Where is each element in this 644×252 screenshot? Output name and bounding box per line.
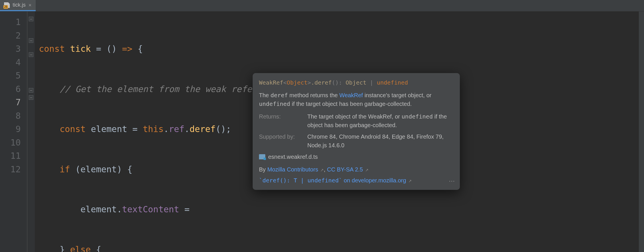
doc-attribution: By Mozilla Contributors ↗, CC BY-SA 2.5 … — [259, 165, 454, 174]
line-number: 12 — [0, 163, 21, 176]
doc-link-weakref[interactable]: WeakRef — [339, 92, 363, 98]
fold-toggle-icon[interactable] — [27, 87, 35, 94]
code-line[interactable]: const tick = () => { — [39, 42, 644, 56]
line-number: 5 — [0, 69, 21, 83]
tab-filename: tick.js — [13, 2, 26, 8]
line-number: 9 — [0, 123, 21, 136]
doc-link-license[interactable]: CC BY-SA 2.5 ↗ — [327, 166, 368, 173]
line-number: 4 — [0, 56, 21, 69]
line-number: 1 — [0, 16, 21, 29]
line-number: 6 — [0, 83, 21, 96]
tab-bar: tick.js × — [0, 0, 644, 12]
close-icon[interactable]: × — [28, 3, 32, 8]
line-number: 3 — [0, 42, 21, 56]
doc-supported-row: Supported by: Chrome 84, Chrome Android … — [259, 132, 454, 150]
code-line[interactable]: } else { — [39, 243, 644, 252]
doc-supported-label: Supported by: — [259, 132, 302, 150]
doc-link-mozilla-contributors[interactable]: Mozilla Contributors ↗ — [267, 166, 324, 173]
tab-tick-js[interactable]: tick.js × — [0, 0, 36, 11]
doc-source-file[interactable]: esnext.weakref.d.ts — [259, 152, 454, 161]
doc-supported-value: Chrome 84, Chrome Android 84, Edge 84, F… — [307, 132, 454, 150]
fold-toggle-icon[interactable] — [27, 51, 35, 58]
line-number: 8 — [0, 109, 21, 123]
fold-toggle-icon[interactable] — [27, 16, 35, 23]
doc-returns-label: Returns: — [259, 112, 302, 129]
more-options-icon[interactable]: ⋮ — [448, 178, 456, 185]
doc-signature: WeakRef<Object>.deref(): Object | undefi… — [259, 78, 454, 87]
doc-mdn-link[interactable]: `deref(): T | undefined` on developer.mo… — [259, 176, 454, 185]
gutter: 1 2 3 4 5 6 7 8 9 10 11 12 — [0, 12, 27, 252]
js-file-icon — [4, 2, 10, 8]
external-link-icon: ↗ — [365, 168, 369, 172]
external-link-icon: ↗ — [320, 168, 324, 172]
doc-description: The deref method returns the WeakRef ins… — [259, 91, 454, 108]
scrollbar-track[interactable] — [639, 12, 644, 252]
doc-returns-row: Returns: The target object of the WeakRe… — [259, 112, 454, 129]
line-number: 7 — [0, 96, 21, 109]
fold-toggle-icon[interactable] — [27, 94, 35, 101]
folder-icon — [259, 154, 265, 159]
fold-column — [27, 12, 35, 252]
code-line[interactable]: element.textContent = — [39, 203, 644, 216]
external-link-icon: ↗ — [408, 179, 412, 183]
line-number: 11 — [0, 149, 21, 163]
line-number: 10 — [0, 136, 21, 150]
line-number: 2 — [0, 29, 21, 43]
fold-toggle-icon[interactable] — [27, 37, 35, 44]
doc-returns-value: The target object of the WeakRef, or und… — [307, 112, 454, 129]
quick-doc-popup[interactable]: WeakRef<Object>.deref(): Object | undefi… — [253, 73, 460, 190]
